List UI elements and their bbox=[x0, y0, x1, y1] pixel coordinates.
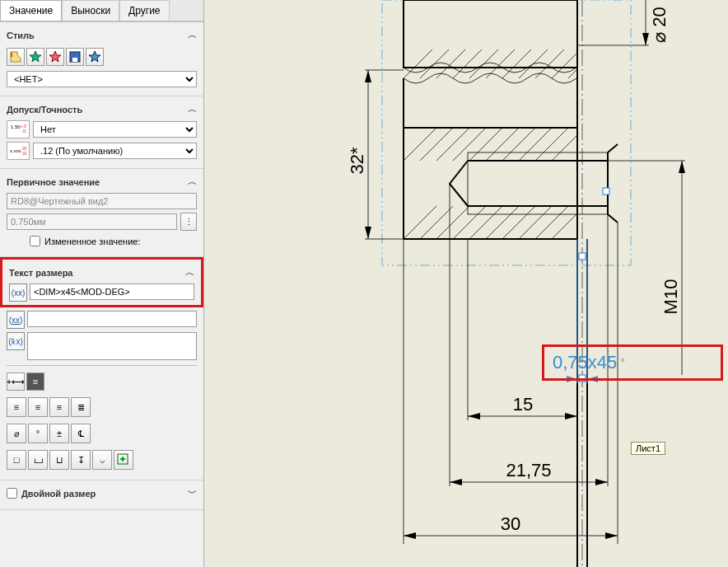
square-symbol-icon[interactable]: □ bbox=[7, 450, 26, 470]
degree-symbol-icon[interactable]: ° bbox=[28, 424, 48, 443]
svg-marker-79 bbox=[595, 479, 608, 485]
svg-line-36 bbox=[608, 144, 618, 152]
drawing-canvas[interactable]: 32* ⌀ 20 M10 15 21,75 30 0,75x45° Лист1 bbox=[204, 0, 728, 567]
justify-right-icon[interactable]: ≡ bbox=[49, 397, 69, 417]
insert-before-icon[interactable]: (xx) bbox=[9, 284, 27, 302]
justify-full-icon[interactable]: ≣ bbox=[71, 397, 91, 417]
svg-line-19 bbox=[469, 47, 501, 78]
svg-rect-3 bbox=[72, 58, 77, 62]
primary-label: Первичное значение bbox=[7, 177, 100, 187]
svg-line-37 bbox=[608, 214, 618, 223]
svg-line-43 bbox=[469, 128, 502, 161]
apply-style-icon[interactable] bbox=[7, 48, 25, 66]
section-tolerance-header[interactable]: Допуск/Точность ︿ bbox=[7, 100, 197, 119]
tab-value[interactable]: Значение bbox=[0, 0, 62, 21]
tolerance-precision-select[interactable]: .12 (По умолчанию) bbox=[33, 143, 197, 159]
tab-other[interactable]: Другие bbox=[119, 0, 169, 21]
svg-line-22 bbox=[519, 47, 550, 78]
insert-prefix-icon[interactable]: (xx) bbox=[7, 311, 25, 329]
centerline-symbol-icon[interactable]: ℄ bbox=[71, 424, 91, 443]
svg-line-50 bbox=[420, 206, 453, 239]
tab-leaders[interactable]: Выноски bbox=[62, 0, 119, 21]
chevron-up-icon: ︿ bbox=[188, 176, 197, 188]
dim-text-prefix-input[interactable] bbox=[27, 311, 197, 327]
svg-rect-91 bbox=[579, 253, 586, 260]
svg-line-52 bbox=[453, 206, 486, 239]
symbol-toolbar-1: ⌀ ° ± ℄ bbox=[7, 420, 197, 447]
justify-left-icon[interactable]: ≡ bbox=[7, 397, 26, 417]
svg-marker-78 bbox=[450, 479, 462, 485]
svg-marker-1 bbox=[49, 51, 61, 62]
section-dim-text-header[interactable]: Текст размера ︿ bbox=[9, 263, 194, 282]
dim-30: 30 bbox=[501, 513, 520, 534]
depth-symbol-icon[interactable]: ↧ bbox=[71, 450, 91, 470]
style-select[interactable]: <НЕТ> bbox=[7, 71, 197, 87]
chevron-up-icon: ︿ bbox=[188, 103, 197, 115]
svg-line-21 bbox=[502, 47, 534, 78]
plusminus-symbol-icon[interactable]: ± bbox=[49, 424, 69, 443]
property-tabs: Значение Выноски Другие bbox=[0, 0, 203, 22]
dim-2175: 21,75 bbox=[506, 460, 551, 480]
dim-32: 32* bbox=[347, 147, 367, 174]
more-symbols-icon[interactable] bbox=[114, 450, 133, 470]
svg-line-47 bbox=[535, 128, 568, 161]
insert-below-icon[interactable]: (x̄x) bbox=[7, 332, 25, 350]
tolerance-type-select[interactable]: Нет bbox=[33, 121, 197, 138]
style-favorites-toolbar bbox=[7, 45, 197, 69]
diameter-symbol-icon[interactable]: ⌀ bbox=[7, 424, 26, 443]
section-dual-header[interactable]: Двойной размер ﹀ bbox=[7, 484, 197, 503]
svg-text:-.01: -.01 bbox=[21, 129, 26, 134]
add-favorite-icon[interactable] bbox=[26, 48, 44, 66]
svg-line-57 bbox=[535, 206, 568, 239]
dim-text-below-input[interactable] bbox=[27, 332, 197, 360]
svg-marker-66 bbox=[642, 33, 649, 45]
active-dim-value: 0,75x45 bbox=[553, 352, 617, 373]
remove-favorite-icon[interactable] bbox=[46, 48, 64, 66]
svg-line-16 bbox=[420, 47, 451, 78]
svg-line-41 bbox=[436, 128, 469, 161]
justify-center-icon[interactable]: ≡ bbox=[28, 397, 48, 417]
svg-marker-73 bbox=[468, 413, 480, 419]
tolerance-precision-icon: x.xxx.01.01 bbox=[7, 142, 30, 160]
svg-marker-74 bbox=[565, 413, 577, 419]
svg-text:x.xxx: x.xxx bbox=[10, 148, 21, 153]
chevron-down-icon: ﹀ bbox=[188, 487, 197, 499]
override-value-checkbox[interactable] bbox=[30, 236, 40, 246]
dual-label: Двойной размер bbox=[21, 489, 96, 499]
justify-toolbar: ≡ ≡ ≡ ≣ bbox=[7, 394, 197, 420]
dim-m10: M10 bbox=[660, 279, 681, 315]
svg-rect-13 bbox=[382, 0, 631, 265]
dim-dia20: ⌀ 20 bbox=[649, 7, 670, 43]
dim-text-label: Текст размера bbox=[9, 268, 72, 278]
svg-line-25 bbox=[568, 69, 577, 78]
svg-line-51 bbox=[436, 206, 469, 239]
svg-line-24 bbox=[552, 53, 577, 78]
load-favorite-icon[interactable] bbox=[86, 48, 104, 66]
countersink-symbol-icon[interactable]: ⌵ bbox=[92, 450, 112, 470]
add-symbol-icon[interactable]: +⟷ bbox=[7, 373, 25, 391]
svg-marker-69 bbox=[679, 161, 685, 173]
svg-line-49 bbox=[404, 206, 436, 239]
sheet-tooltip: Лист1 bbox=[631, 442, 665, 455]
svg-line-44 bbox=[486, 128, 519, 161]
section-primary-header[interactable]: Первичное значение ︿ bbox=[7, 172, 197, 191]
section-style-header[interactable]: Стиль ︿ bbox=[7, 26, 197, 45]
save-favorite-icon[interactable] bbox=[66, 48, 84, 66]
spotface-symbol-icon[interactable]: ⌴ bbox=[28, 450, 48, 470]
active-dim-value-box[interactable]: 0,75x45° bbox=[542, 344, 723, 381]
tolerance-type-icon: 1.50+.01-.01 bbox=[7, 120, 30, 138]
svg-line-46 bbox=[519, 128, 552, 161]
svg-rect-92 bbox=[603, 188, 609, 194]
dim-text-main-input[interactable] bbox=[30, 284, 194, 300]
counterbore-symbol-icon[interactable]: ⊔ bbox=[49, 450, 69, 470]
svg-marker-4 bbox=[89, 51, 100, 62]
svg-line-42 bbox=[453, 128, 486, 161]
svg-marker-84 bbox=[605, 532, 618, 539]
primary-value-options-icon[interactable]: ⋮ bbox=[180, 213, 197, 231]
svg-line-55 bbox=[502, 206, 535, 239]
all-uppercase-icon[interactable]: ≡ bbox=[26, 373, 44, 391]
svg-text:.01: .01 bbox=[21, 151, 26, 156]
svg-line-39 bbox=[404, 128, 436, 161]
dual-dimension-checkbox[interactable] bbox=[7, 488, 17, 499]
degree-icon: ° bbox=[620, 356, 625, 369]
